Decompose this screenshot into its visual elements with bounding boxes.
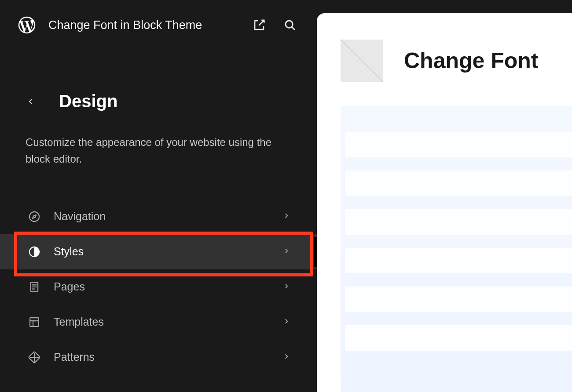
- menu-item-label: Styles: [54, 245, 271, 258]
- menu-item-patterns[interactable]: Patterns: [0, 340, 317, 375]
- menu-item-label: Patterns: [54, 351, 271, 363]
- preview-site-title: Change Font: [404, 48, 539, 73]
- menu-item-pages[interactable]: Pages: [0, 269, 317, 305]
- external-link-icon: [253, 18, 266, 32]
- chevron-right-icon: [283, 213, 291, 221]
- menu-item-label: Pages: [54, 280, 271, 293]
- preview-pane: Change Font: [317, 0, 572, 392]
- preview-skeleton-block: [345, 132, 572, 157]
- view-site-button[interactable]: [250, 16, 268, 34]
- chevron-right-icon: [283, 283, 291, 291]
- preview-skeleton-block: [345, 171, 572, 196]
- preview-header: Change Font: [317, 13, 572, 82]
- preview-skeleton-block: [345, 287, 572, 312]
- preview-site-logo-placeholder: [341, 40, 383, 82]
- chevron-right-icon: [283, 318, 291, 326]
- menu-item-label: Navigation: [54, 210, 271, 223]
- menu-item-templates[interactable]: Templates: [0, 305, 317, 340]
- layout-icon: [27, 315, 41, 329]
- preview-skeleton-block: [345, 209, 572, 235]
- section-description: Customize the appearance of your website…: [0, 134, 317, 167]
- site-title[interactable]: Change Font in Block Theme: [48, 18, 238, 32]
- svg-point-2: [29, 212, 39, 221]
- section-title: Design: [59, 91, 117, 111]
- svg-rect-5: [30, 318, 39, 327]
- menu-item-styles[interactable]: Styles: [0, 234, 317, 269]
- half-circle-icon: [27, 245, 41, 259]
- wordpress-icon: [18, 16, 36, 34]
- preview-frame[interactable]: Change Font: [317, 13, 572, 392]
- chevron-left-icon: [27, 98, 35, 105]
- menu-item-navigation[interactable]: Navigation: [0, 199, 317, 234]
- section-header: Design: [0, 91, 317, 111]
- design-menu: Navigation Styles: [0, 199, 317, 375]
- diamond-icon: [27, 350, 41, 364]
- preview-body: [341, 105, 572, 392]
- sidebar: Change Font in Block Theme Design Custom…: [0, 0, 317, 392]
- compass-icon: [27, 210, 41, 224]
- search-icon: [283, 18, 297, 32]
- preview-skeleton-block: [345, 325, 572, 351]
- menu-item-label: Templates: [54, 316, 271, 328]
- chevron-right-icon: [283, 353, 291, 361]
- page-icon: [27, 280, 41, 294]
- search-button[interactable]: [281, 16, 299, 34]
- back-button[interactable]: [25, 95, 37, 108]
- top-bar: Change Font in Block Theme: [0, 0, 317, 34]
- chevron-right-icon: [283, 248, 291, 256]
- wordpress-logo[interactable]: [18, 16, 36, 34]
- preview-skeleton-block: [345, 248, 572, 273]
